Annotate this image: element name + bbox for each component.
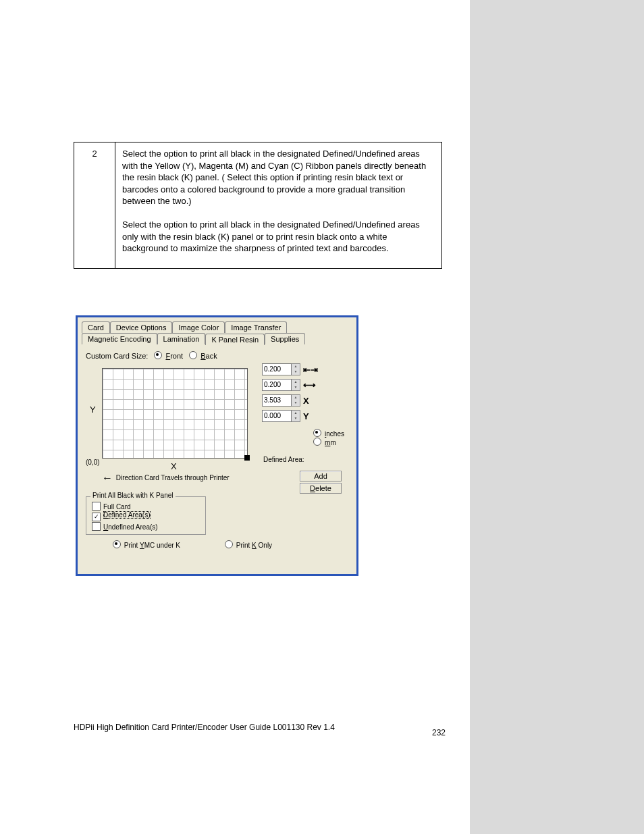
defined-areas-label: Defined Area(s) <box>103 511 151 519</box>
height-icon: ⟷ <box>303 380 316 390</box>
spinner-y-value[interactable]: 0.000 <box>262 410 292 422</box>
radio-back-label: Back <box>200 352 217 360</box>
tab-device-options[interactable]: Device Options <box>110 321 173 333</box>
undefined-areas-label: Undefined Area(s) <box>103 523 158 531</box>
para2-b: option to print all black in the designa… <box>122 219 420 253</box>
spinner-width-value[interactable]: 0.200 <box>262 363 292 375</box>
page-number: 232 <box>432 728 446 737</box>
checkbox-undefined-areas[interactable] <box>92 522 101 531</box>
checkbox-defined-areas[interactable]: ✓ <box>92 513 101 521</box>
spinner-column: 0.200 ▲▼ ⇤⇥ 0.200 ▲▼ ⟷ 3.503 ▲▼ X <box>262 363 344 425</box>
tab-card[interactable]: Card <box>82 321 110 333</box>
bottom-radio-row: Print YMC under K Print K Only <box>86 540 348 549</box>
arrow-left-icon: ← <box>102 472 113 484</box>
tab-supplies[interactable]: Supplies <box>265 333 305 344</box>
spinner-height-value[interactable]: 0.200 <box>262 379 292 391</box>
full-card-label: Full Card <box>103 503 131 511</box>
plot-area: Y (0,0) X ← Direction Card Travels throu… <box>86 364 348 479</box>
custom-card-size-row: Custom Card Size: Front Back <box>86 351 348 360</box>
spinner-x-value[interactable]: 3.503 <box>262 394 292 407</box>
radio-front-label: Front <box>165 352 183 360</box>
step-text: Select the option to print all black in … <box>115 142 442 269</box>
tab-k-panel-resin[interactable]: K Panel Resin <box>205 334 265 345</box>
radio-inches[interactable] <box>313 429 321 437</box>
origin-label: (0,0) <box>86 459 100 466</box>
unit-group: inches mm <box>309 429 344 446</box>
y-axis-label: Y <box>90 405 96 415</box>
checkbox-full-card[interactable] <box>92 502 101 511</box>
unit-inches-label: inches <box>325 430 344 438</box>
tabs-row-2: Magnetic Encoding Lamination K Panel Res… <box>82 333 352 344</box>
grid-resize-handle[interactable] <box>244 455 250 461</box>
tab-image-transfer[interactable]: Image Transfer <box>225 321 287 333</box>
radio-back[interactable] <box>189 351 197 359</box>
para2-a: Select the <box>122 219 163 230</box>
direction-row: ← Direction Card Travels through Printer <box>102 472 230 484</box>
radio-print-k-only[interactable] <box>225 540 233 548</box>
step-number: 2 <box>74 142 115 269</box>
radio-mm[interactable] <box>313 438 321 446</box>
para1-a: Select the <box>122 149 163 159</box>
spinner-y-stepper[interactable]: ▲▼ <box>292 410 300 422</box>
spinner-width-stepper[interactable]: ▲▼ <box>292 363 300 375</box>
card-grid[interactable] <box>102 368 248 459</box>
unit-mm-label: mm <box>325 439 336 446</box>
defined-area-buttons: Add Delete <box>300 469 342 494</box>
custom-size-label: Custom Card Size: <box>86 352 148 360</box>
defined-area-label: Defined Area: <box>263 456 344 463</box>
print-dialog: Card Device Options Image Color Image Tr… <box>76 315 358 576</box>
tab-lamination[interactable]: Lamination <box>157 333 206 344</box>
k-panel-legend: Print All Black with K Panel <box>90 492 176 499</box>
radio-front[interactable] <box>154 351 162 359</box>
add-button[interactable]: Add <box>300 471 342 481</box>
x-axis-label: X <box>171 461 177 471</box>
print-ymc-label: Print YMC under K <box>124 542 180 549</box>
footer-text: HDPii High Definition Card Printer/Encod… <box>74 723 465 732</box>
tab-magnetic-encoding[interactable]: Magnetic Encoding <box>82 333 157 344</box>
print-k-only-label: Print K Only <box>236 542 272 549</box>
direction-label: Direction Card Travels through Printer <box>116 474 230 481</box>
tab-image-color[interactable]: Image Color <box>172 321 225 333</box>
y-icon: Y <box>303 411 309 421</box>
side-column <box>470 0 644 834</box>
radio-print-ymc[interactable] <box>113 540 121 548</box>
width-icon: ⇤⇥ <box>303 365 318 375</box>
x-icon: X <box>303 396 309 406</box>
instruction-table: 2 Select the option to print all black i… <box>74 142 442 269</box>
k-panel-group: Print All Black with K Panel Full Card ✓… <box>86 496 206 535</box>
delete-button[interactable]: Delete <box>300 483 342 494</box>
spinner-x-stepper[interactable]: ▲▼ <box>292 394 300 407</box>
spinner-height-stepper[interactable]: ▲▼ <box>292 379 300 391</box>
tabs-row-1: Card Device Options Image Color Image Tr… <box>82 321 352 333</box>
